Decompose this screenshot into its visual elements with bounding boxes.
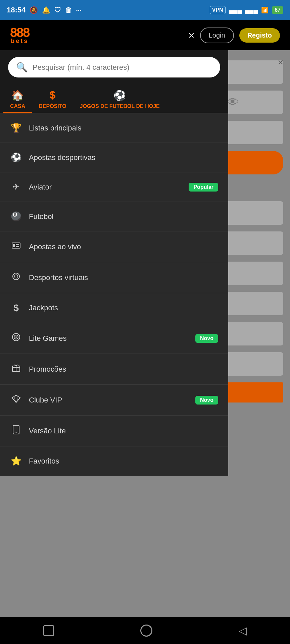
menu-item-apostas-desportivas[interactable]: ⚽ Apostas desportivas [0,143,228,172]
tab-jogos[interactable]: ⚽ JOGOS DE FUTEBOL DE HOJE [73,85,166,113]
header: 888 bets × Login Registo [0,20,290,50]
deposito-icon: $ [50,89,56,101]
clube-vip-label: Clube VIP [29,396,189,405]
back-square-button[interactable] [43,625,54,636]
back-triangle-button[interactable]: ◁ [239,624,247,637]
home-circle-button[interactable] [140,625,152,637]
menu-item-jackpots[interactable]: $ Jackpots [0,293,228,323]
svg-point-17 [16,432,17,433]
system-nav: ◁ [0,617,290,644]
search-bar-wrap: 🔍 [0,50,228,84]
svg-marker-14 [12,395,20,402]
live-icon [10,241,22,253]
plane-icon: ✈ [10,182,22,192]
menu-item-desportos-virtuais[interactable]: Desportos virtuais [0,262,228,293]
registo-button[interactable]: Registo [239,28,280,43]
login-button[interactable]: Login [200,28,234,43]
signal-icon: ▄▄▄ [229,7,242,14]
svg-rect-2 [16,244,19,245]
menu-item-apostas-vivo[interactable]: Apostas ao vivo [0,231,228,262]
menu-item-clube-vip[interactable]: Clube VIP Novo [0,385,228,416]
jogos-icon: ⚽ [113,90,126,101]
novo-badge-1: Novo [195,334,218,343]
svg-rect-1 [13,244,15,247]
shield-icon: 🛡 [54,6,61,14]
trophy-icon: 🏆 [10,123,22,133]
signal2-icon: ▄▄▄ [245,7,258,14]
battery-indicator: 67 [272,6,283,14]
main-area: × 👁 ✨ Novo ✈ Aviator 🔍 [0,50,290,644]
desportos-virtuais-label: Desportos virtuais [29,273,218,282]
search-input[interactable] [33,63,212,72]
target-icon [10,332,22,344]
tab-casa[interactable]: 🏠 CASA [3,85,32,113]
apostas-desportivas-label: Apostas desportivas [29,153,218,162]
menu-item-futebol[interactable]: 🎱 Futebol [0,202,228,231]
menu-item-favoritos[interactable]: ⭐ Favoritos [0,446,228,476]
dollar-icon: $ [10,303,22,313]
svg-point-5 [14,275,18,278]
futebol-label: Futebol [29,212,218,221]
favoritos-label: Favoritos [29,457,218,466]
ball-icon: 🎱 [10,211,22,222]
tab-deposito[interactable]: $ DEPÓSITO [32,84,73,113]
apostas-vivo-label: Apostas ao vivo [29,243,218,251]
jackpots-label: Jackpots [29,304,218,312]
casa-label: CASA [10,103,25,109]
logo-888: 888 [10,26,29,39]
promocoes-label: Promoções [29,365,218,374]
mobile-icon [10,425,22,437]
aviator-label: Aviator [29,183,182,192]
menu-item-listas[interactable]: 🏆 Listas principais [0,113,228,143]
nav-tabs: 🏠 CASA $ DEPÓSITO ⚽ JOGOS DE FUTEBOL DE … [0,84,228,113]
logo: 888 bets [10,26,29,45]
search-icon: 🔍 [16,62,28,73]
popular-badge: Popular [189,183,218,192]
svg-point-10 [15,336,17,338]
status-right: VPN ▄▄▄ ▄▄▄ 📶 67 [210,6,283,14]
deposito-label: DEPÓSITO [39,103,66,109]
notification-icon: 🔔 [42,6,50,14]
status-left: 18:54 🔕 🔔 🛡 🗑 ··· [7,6,82,14]
alarm-icon: 🔕 [30,6,38,14]
header-buttons: × Login Registo [188,28,280,43]
status-bar: 18:54 🔕 🔔 🛡 🗑 ··· VPN ▄▄▄ ▄▄▄ 📶 67 [0,0,290,20]
right-close-icon[interactable]: × [278,57,283,68]
listas-label: Listas principais [29,124,218,132]
novo-badge-2: Novo [195,396,218,405]
vpn-icon: VPN [210,6,226,14]
gift-icon [10,363,22,375]
search-bar: 🔍 [8,57,220,77]
sidebar-drawer: 🔍 🏠 CASA $ DEPÓSITO ⚽ JOGOS DE FUTEBOL D… [0,50,228,476]
wifi-icon: 📶 [261,6,269,14]
menu-item-lite-games[interactable]: Lite Games Novo [0,323,228,354]
menu-list: 🏆 Listas principais ⚽ Apostas desportiva… [0,113,228,476]
soccer-icon: ⚽ [10,152,22,163]
menu-item-promocoes[interactable]: Promoções [0,354,228,385]
menu-item-versao-lite[interactable]: Versão Lite [0,416,228,446]
time: 18:54 [7,6,26,14]
eye-icon: 👁 [227,95,239,109]
svg-rect-3 [16,246,19,247]
logo-bets: bets [11,38,29,45]
trash-icon: 🗑 [65,6,72,14]
dots-icon: ··· [76,6,82,14]
diamond-icon [10,394,22,406]
virtual-icon [10,272,22,283]
menu-item-aviator[interactable]: ✈ Aviator Popular [0,172,228,202]
versao-lite-label: Versão Lite [29,427,218,435]
casa-icon: 🏠 [11,90,24,101]
close-button[interactable]: × [188,29,195,42]
star-icon: ⭐ [10,456,22,466]
lite-games-label: Lite Games [29,334,189,343]
jogos-label: JOGOS DE FUTEBOL DE HOJE [80,103,160,109]
